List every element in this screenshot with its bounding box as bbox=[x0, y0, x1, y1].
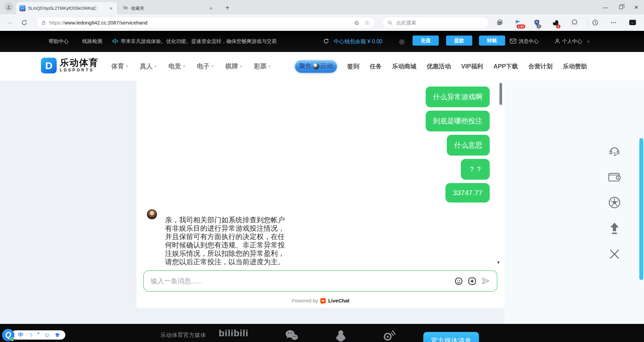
user-icon bbox=[6, 4, 12, 10]
menu-cards[interactable]: 棋牌∨ bbox=[225, 62, 243, 71]
back-button[interactable]: ← bbox=[7, 18, 14, 26]
page-scrollbar-thumb[interactable] bbox=[639, 138, 643, 280]
search-box[interactable] bbox=[382, 17, 489, 28]
sidebar-panel-button[interactable]: ← bbox=[629, 18, 637, 26]
powered-by-text: Powered by bbox=[291, 298, 318, 303]
livechat-panel: 什么异常游戏啊 到底是哪些投注 什么意思 ？？ 33747.77 亲，我司相关部… bbox=[137, 80, 504, 308]
ball-icon bbox=[313, 63, 319, 69]
menu-lottery[interactable]: 彩票∨ bbox=[254, 62, 271, 71]
logo-cn-text: 乐动体育 bbox=[60, 58, 99, 68]
favorite-star-icon[interactable]: ☆ bbox=[365, 19, 370, 26]
link-vip[interactable]: VIP福利 bbox=[461, 62, 483, 70]
menu-slots[interactable]: 电子∨ bbox=[197, 62, 214, 71]
settings-more-button[interactable]: ••• bbox=[610, 18, 618, 26]
tab-title: 收藏夹 bbox=[131, 5, 205, 11]
sports-button[interactable] bbox=[608, 196, 621, 209]
deposit-button[interactable]: 充值 bbox=[413, 36, 439, 46]
site-favicon-icon bbox=[19, 5, 25, 11]
browser-profile-button[interactable] bbox=[4, 2, 13, 12]
link-affiliate[interactable]: 合营计划 bbox=[528, 62, 552, 70]
primary-menu: 体育∨ 真人∨ 电竞∨ 电子∨ 棋牌∨ 彩票∨ bbox=[111, 52, 271, 80]
search-input[interactable] bbox=[396, 20, 473, 25]
send-icon[interactable] bbox=[481, 277, 490, 285]
address-bar[interactable]: https://www.ledong842.cc:2087/servicehan… bbox=[36, 17, 375, 28]
history-button[interactable] bbox=[591, 18, 599, 26]
help-center-link[interactable]: 帮助中心 bbox=[49, 38, 69, 45]
link-mall[interactable]: 乐动商城 bbox=[392, 62, 416, 70]
secondary-links: 签到 任务 乐动商城 优惠活动 VIP福利 APP下载 合营计划 乐动赞助 bbox=[347, 52, 587, 80]
personal-center-link[interactable]: 个人中心 bbox=[562, 38, 582, 45]
headset-icon bbox=[608, 145, 621, 157]
link-checkin[interactable]: 签到 bbox=[347, 62, 359, 70]
minimize-button[interactable]: — bbox=[598, 0, 613, 14]
ime-moon-icon[interactable]: ☽ bbox=[26, 331, 34, 339]
history-clock-icon bbox=[592, 19, 599, 26]
window-controls: — × bbox=[598, 0, 644, 14]
customer-service-button[interactable] bbox=[608, 144, 621, 158]
chevron-down-icon: ∨ bbox=[182, 64, 185, 68]
extensions-button[interactable] bbox=[570, 18, 578, 26]
ellipsis-icon: ••• bbox=[611, 20, 617, 24]
site-logo[interactable]: D 乐动体育 LDSPORTS bbox=[41, 58, 99, 73]
toolbar-divider bbox=[587, 19, 588, 26]
chat-scrollbar-thumb[interactable] bbox=[499, 83, 502, 105]
balance-eye-icon[interactable]: ◎ bbox=[399, 38, 405, 45]
official-media-list-button[interactable]: 官方媒体清单 bbox=[423, 332, 479, 342]
link-sponsor[interactable]: 乐动赞助 bbox=[563, 62, 587, 70]
close-window-button[interactable]: × bbox=[629, 0, 644, 14]
person-icon bbox=[554, 38, 560, 44]
search-icon bbox=[387, 20, 393, 25]
focus-sports-badge[interactable]: 聚焦 运动 bbox=[295, 60, 337, 73]
app-badge: 2 bbox=[556, 24, 560, 28]
emoji-icon[interactable] bbox=[454, 277, 463, 285]
livechat-brand-text[interactable]: LiveChat bbox=[328, 298, 349, 303]
menu-sports[interactable]: 体育∨ bbox=[111, 62, 128, 71]
ime-punct-icon[interactable]: ” bbox=[37, 332, 40, 338]
puzzle-icon bbox=[571, 19, 578, 26]
message-input[interactable] bbox=[151, 277, 454, 285]
ime-skin-icon[interactable] bbox=[55, 333, 60, 338]
ime-lang-indicator[interactable]: 中 bbox=[18, 332, 23, 339]
ime-toolbar: Q 中 ☽ ” ☺ bbox=[2, 329, 65, 341]
announcement-marquee: 带来非凡游戏体验。优化功能、提速资金流转，确保您畅爽游戏与交易 bbox=[121, 38, 297, 45]
tab-separator bbox=[117, 4, 118, 11]
menu-esports[interactable]: 电竞∨ bbox=[168, 62, 185, 71]
attach-plus-icon[interactable] bbox=[468, 277, 476, 285]
chevron-down-icon: ∨ bbox=[268, 64, 271, 68]
tab-close-icon[interactable]: × bbox=[208, 5, 214, 11]
qq-icon[interactable] bbox=[335, 329, 347, 342]
chat-scroll-down-icon[interactable]: ▼ bbox=[496, 260, 500, 265]
new-tab-button[interactable]: + bbox=[223, 3, 232, 13]
restore-button[interactable] bbox=[613, 0, 629, 14]
sogou-logo-icon[interactable]: Q bbox=[2, 329, 14, 341]
browser-toolbar: ← https://www.ledong842.cc:2087/serviceh… bbox=[0, 14, 644, 31]
line-check-link[interactable]: 线路检测 bbox=[82, 38, 102, 45]
tab-favorites[interactable]: 收藏夹 × bbox=[119, 2, 217, 14]
weibo-icon[interactable] bbox=[382, 329, 396, 341]
copy-pages-button[interactable] bbox=[496, 18, 504, 26]
profile-chevron-icon[interactable]: ∨ bbox=[587, 39, 590, 44]
link-app-download[interactable]: APP下载 bbox=[493, 62, 518, 70]
tab-close-icon[interactable]: × bbox=[108, 5, 114, 11]
upload-arrow-icon bbox=[609, 222, 620, 235]
wallet-button[interactable] bbox=[608, 170, 621, 183]
close-sidebar-button[interactable] bbox=[608, 247, 621, 261]
chevron-down-icon: ∨ bbox=[239, 64, 243, 68]
tab-service[interactable]: 5LmQ5Yqo5L2T6IKyfOS5kOWKqC × bbox=[16, 2, 117, 14]
link-promos[interactable]: 优惠活动 bbox=[427, 62, 451, 70]
chat-message-incoming: 亲，我司相关部门如系统排查到您帐户有非娱乐目的进行异常游戏投注情况，并且保留可有… bbox=[165, 216, 290, 266]
translate-icon[interactable] bbox=[354, 20, 360, 26]
withdraw-button[interactable]: 提款 bbox=[446, 36, 472, 46]
menu-live[interactable]: 真人∨ bbox=[140, 62, 157, 71]
bilibili-logo[interactable]: bilibili bbox=[219, 328, 249, 339]
site-footer: 乐动体育官方媒体 bilibili 官方媒体清单 bbox=[0, 324, 644, 342]
message-input-box[interactable] bbox=[143, 270, 497, 292]
refresh-button[interactable] bbox=[20, 18, 28, 26]
transfer-button[interactable]: 转账 bbox=[479, 36, 505, 46]
message-center-link[interactable]: 消息中心 bbox=[519, 38, 539, 45]
back-to-top-button[interactable] bbox=[608, 222, 621, 235]
link-tasks[interactable]: 任务 bbox=[370, 62, 382, 70]
wechat-icon[interactable] bbox=[284, 329, 299, 341]
ime-emoji-icon[interactable]: ☺ bbox=[44, 332, 50, 339]
wallet-refresh-icon[interactable] bbox=[323, 38, 329, 44]
